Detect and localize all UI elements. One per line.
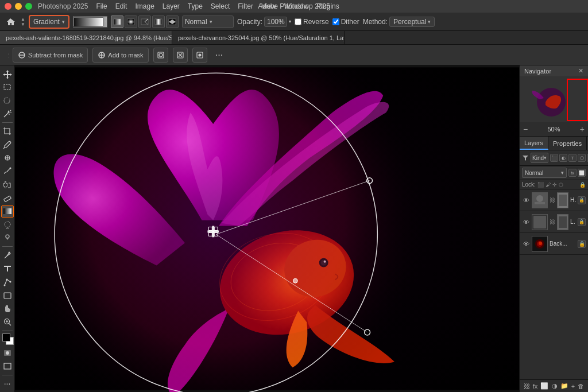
filter-shape-icon[interactable]: ⬡ (578, 154, 586, 162)
layer-style-icon[interactable]: fx (568, 169, 577, 177)
more-tools-button[interactable]: ··· (1, 378, 14, 390)
reverse-checkbox[interactable] (295, 18, 301, 25)
tab-2[interactable]: pexels-chevanon-325044.jpg @ 50% (Hue/Sa… (172, 31, 345, 44)
menu-layer[interactable]: Layer (159, 1, 183, 11)
add-mask-icon[interactable]: ⬜ (540, 382, 548, 390)
menu-filter[interactable]: Filter (234, 1, 257, 11)
menu-file[interactable]: File (92, 1, 110, 11)
svg-point-64 (365, 329, 370, 335)
lock-image-icon[interactable]: 🖌 (546, 182, 551, 188)
canvas-area (15, 65, 519, 392)
mode-dropdown[interactable]: Normal ▾ (182, 15, 234, 28)
blend-mode-dropdown[interactable]: Normal ▾ (522, 168, 567, 178)
filter-pixel-icon[interactable]: ⬛ (550, 154, 558, 162)
add-link-icon[interactable]: ⛓ (524, 383, 530, 390)
foreground-color-swatch[interactable] (2, 333, 10, 341)
maximize-button[interactable] (25, 3, 32, 10)
swatch-chevron-icon: ▾ (105, 19, 107, 24)
text-tool[interactable] (1, 263, 14, 275)
radial-gradient-button[interactable] (125, 15, 137, 28)
menu-select[interactable]: Select (207, 1, 233, 11)
layer-mask-icon[interactable]: ⬜ (578, 169, 586, 177)
zoom-tool[interactable] (1, 316, 14, 328)
layer-item-background[interactable]: 👁 Back... 🔒 (520, 233, 588, 255)
dodge-tool[interactable] (1, 232, 14, 244)
eye-icon[interactable]: 👁 (522, 218, 530, 226)
crop-tool[interactable] (1, 125, 14, 137)
menu-edit[interactable]: Edit (112, 1, 131, 11)
add-group-icon[interactable]: 📁 (560, 382, 568, 390)
linear-gradient-button[interactable] (111, 15, 123, 28)
layer-item[interactable]: 👁 ⛓ Hue/ (520, 189, 588, 211)
svg-rect-58 (207, 230, 219, 232)
gradient-swatch-dropdown[interactable]: ▾ (73, 16, 107, 28)
eyedropper-tool[interactable] (1, 138, 14, 150)
layer-options-icon[interactable]: 🔒 (578, 196, 586, 204)
method-dropdown[interactable]: Perceptual ▾ (389, 17, 435, 27)
layer-name: Hue/Sat 1 (570, 197, 576, 203)
lock-transparent-icon[interactable]: ⬛ (537, 182, 544, 188)
tab-layers[interactable]: Layers (520, 137, 548, 150)
tab-properties[interactable]: Properties (548, 137, 587, 150)
filter-type-icon[interactable]: T (568, 154, 577, 162)
path-selection-tool[interactable] (1, 276, 14, 288)
more-options-button[interactable]: ··· (212, 48, 227, 63)
blur-tool[interactable] (1, 219, 14, 231)
layer-lock-icon[interactable]: 🔒 (578, 240, 586, 248)
add-layer-icon[interactable]: + (571, 383, 575, 390)
opacity-value[interactable]: 100% (264, 17, 287, 27)
menu-image[interactable]: Image (131, 1, 157, 11)
eraser-tool[interactable] (1, 192, 14, 204)
tab-1[interactable]: pexels-ash-valiente-1680519-3221840.jpg … (0, 31, 172, 44)
eye-icon[interactable]: 👁 (522, 240, 530, 248)
lock-artboard-icon[interactable]: ⬡ (559, 182, 563, 188)
magic-wand-tool[interactable] (1, 108, 14, 120)
svg-rect-37 (4, 293, 11, 298)
color-swatches[interactable] (1, 333, 14, 346)
layer-filter-dropdown[interactable]: Kind ▾ (531, 153, 548, 163)
dither-checkbox[interactable] (332, 18, 339, 25)
brush-tool[interactable] (1, 165, 14, 177)
menu-type[interactable]: Type (184, 1, 206, 11)
move-tool[interactable] (1, 68, 14, 80)
diamond-gradient-button[interactable] (166, 15, 179, 28)
rectangle-tool[interactable] (1, 289, 14, 301)
zoom-increase-icon[interactable]: + (580, 125, 585, 134)
clone-stamp-tool[interactable] (1, 178, 14, 191)
workspace-arrows[interactable]: ▲▼ (21, 17, 25, 27)
lock-position-icon[interactable]: ✛ (552, 182, 557, 188)
mask-options-button-2[interactable] (173, 48, 188, 63)
add-to-mask-button[interactable]: Add to mask (92, 48, 148, 63)
navigator-close-icon[interactable]: ✕ (578, 67, 583, 75)
pen-tool[interactable] (1, 249, 14, 261)
layer-item[interactable]: 👁 ⛓ Layer mask (520, 211, 588, 233)
healing-brush-tool[interactable] (1, 152, 14, 164)
mode-chevron-icon: ▾ (210, 19, 212, 25)
angle-gradient-button[interactable] (138, 15, 151, 28)
zoom-decrease-icon[interactable]: − (523, 125, 528, 134)
eye-icon[interactable]: 👁 (522, 196, 530, 204)
add-adjustment-icon[interactable]: ◑ (552, 382, 558, 390)
toolbar-separator-4 (2, 375, 13, 375)
screen-mode-button[interactable] (1, 360, 14, 372)
mask-options-button-3[interactable] (192, 48, 207, 63)
lock-all-icon[interactable]: 🔒 (579, 182, 586, 188)
fish-canvas[interactable] (15, 65, 519, 392)
close-button[interactable] (5, 3, 11, 10)
delete-layer-icon[interactable]: 🗑 (578, 383, 584, 390)
lasso-tool[interactable] (1, 95, 14, 107)
mask-options-button-1[interactable] (153, 48, 168, 63)
reflected-gradient-button[interactable] (152, 15, 165, 28)
hand-tool[interactable] (1, 303, 14, 315)
filter-adjust-icon[interactable]: ◐ (559, 154, 567, 162)
rectangular-marquee-tool[interactable] (1, 81, 14, 93)
layer-options-icon-2[interactable]: 🔒 (578, 218, 586, 226)
minimize-button[interactable] (15, 3, 22, 10)
subtract-from-mask-button[interactable]: Subtract from mask (13, 48, 88, 63)
gradient-tool-dropdown[interactable]: Gradient ▾ (29, 15, 69, 29)
home-button[interactable] (3, 15, 17, 29)
add-style-icon[interactable]: fx (533, 383, 538, 390)
gradient-tool[interactable] (1, 205, 14, 218)
svg-line-21 (10, 110, 11, 111)
quick-mask-tool[interactable] (1, 347, 14, 359)
